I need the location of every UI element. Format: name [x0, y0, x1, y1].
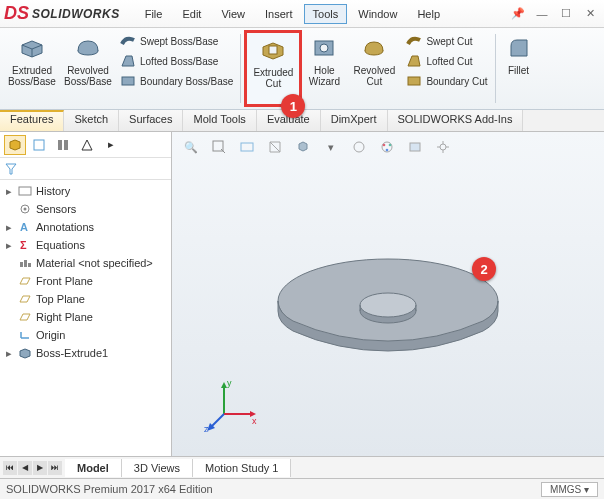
- tree-item-right-plane[interactable]: Right Plane: [0, 308, 171, 326]
- svg-point-26: [440, 144, 446, 150]
- bottom-tab-3d-views[interactable]: 3D Views: [122, 459, 193, 477]
- svg-rect-9: [64, 140, 68, 150]
- plane-icon: [17, 292, 33, 306]
- boundary-boss-button[interactable]: Boundary Boss/Base: [118, 72, 235, 90]
- history-icon: [17, 184, 33, 198]
- pin-icon[interactable]: 📌: [508, 6, 528, 22]
- revolved-cut-label: RevolvedCut: [354, 65, 396, 87]
- svg-rect-1: [122, 77, 134, 85]
- view-settings-icon[interactable]: [432, 136, 454, 158]
- svg-point-23: [389, 144, 392, 147]
- extruded-cut-icon: [258, 35, 288, 65]
- extruded-boss-icon: [17, 33, 47, 63]
- bottom-tab-motion-study-1[interactable]: Motion Study 1: [193, 459, 291, 477]
- tab-mold-tools[interactable]: Mold Tools: [183, 110, 256, 131]
- main-menu: FileEditViewInsertToolsWindowHelp: [136, 4, 449, 24]
- lofted-cut-button[interactable]: Lofted Cut: [404, 52, 489, 70]
- swept-cut-button[interactable]: Swept Cut: [404, 32, 489, 50]
- filter-icon[interactable]: [4, 162, 18, 176]
- bottom-tab-model[interactable]: Model: [65, 459, 122, 477]
- tab-solidworks-add-ins[interactable]: SOLIDWORKS Add-Ins: [388, 110, 524, 131]
- tree-item-annotations[interactable]: ▸AAnnotations: [0, 218, 171, 236]
- close-button[interactable]: ✕: [580, 6, 600, 22]
- logo-mark: DS: [4, 3, 29, 24]
- svg-point-12: [24, 208, 27, 211]
- tab-next-button[interactable]: ▶: [33, 461, 47, 475]
- boundary-cut-label: Boundary Cut: [426, 76, 487, 87]
- revolved-boss-button[interactable]: RevolvedBoss/Base: [60, 30, 116, 107]
- tab-first-button[interactable]: ⏮: [3, 461, 17, 475]
- zoom-area-icon[interactable]: [208, 136, 230, 158]
- revolved-cut-button[interactable]: RevolvedCut: [346, 30, 402, 107]
- property-manager-icon[interactable]: [28, 135, 50, 155]
- tab-sketch[interactable]: Sketch: [64, 110, 119, 131]
- tab-surfaces[interactable]: Surfaces: [119, 110, 183, 131]
- tree-item-material[interactable]: Material <not specified>: [0, 254, 171, 272]
- boundary-boss-label: Boundary Boss/Base: [140, 76, 233, 87]
- hide-show-icon[interactable]: [348, 136, 370, 158]
- tab-dimxpert[interactable]: DimXpert: [321, 110, 388, 131]
- dimxpert-manager-icon[interactable]: [76, 135, 98, 155]
- tab-features[interactable]: Features: [0, 110, 64, 131]
- boss-small-group: Swept Boss/Base Lofted Boss/Base Boundar…: [116, 30, 237, 107]
- logo-text: SOLIDWORKS: [32, 7, 120, 21]
- config-manager-icon[interactable]: [52, 135, 74, 155]
- tree-item-equations[interactable]: ▸ΣEquations: [0, 236, 171, 254]
- menu-file[interactable]: File: [136, 4, 172, 24]
- menu-insert[interactable]: Insert: [256, 4, 302, 24]
- boundary-cut-button[interactable]: Boundary Cut: [404, 72, 489, 90]
- scene-icon[interactable]: [404, 136, 426, 158]
- svg-rect-7: [34, 140, 44, 150]
- swept-boss-button[interactable]: Swept Boss/Base: [118, 32, 235, 50]
- tree-expand-icon[interactable]: ▸: [100, 135, 122, 155]
- tree-mode-toolbar: ▸: [0, 132, 171, 158]
- display-style-icon[interactable]: ▾: [320, 136, 342, 158]
- svg-text:A: A: [20, 221, 28, 233]
- zoom-fit-icon[interactable]: 🔍: [180, 136, 202, 158]
- status-text: SOLIDWORKS Premium 2017 x64 Edition: [6, 483, 213, 495]
- graphics-viewport[interactable]: 🔍 ▾ 2: [172, 132, 604, 456]
- tab-prev-button[interactable]: ◀: [18, 461, 32, 475]
- menu-view[interactable]: View: [212, 4, 254, 24]
- annotations-icon: A: [17, 220, 33, 234]
- tree-item-front-plane[interactable]: Front Plane: [0, 272, 171, 290]
- disc-model[interactable]: 2: [258, 233, 518, 373]
- minimize-button[interactable]: —: [532, 6, 552, 22]
- view-orient-icon[interactable]: [292, 136, 314, 158]
- svg-point-4: [320, 44, 328, 52]
- window-controls: 📌 — ☐ ✕: [508, 6, 600, 22]
- revolved-boss-label: RevolvedBoss/Base: [64, 65, 112, 87]
- lofted-boss-button[interactable]: Lofted Boss/Base: [118, 52, 235, 70]
- menu-tools[interactable]: Tools: [304, 4, 348, 24]
- tab-last-button[interactable]: ⏭: [48, 461, 62, 475]
- extruded-cut-label: ExtrudedCut: [253, 67, 293, 89]
- prev-view-icon[interactable]: [236, 136, 258, 158]
- extruded-cut-button[interactable]: ExtrudedCut 1: [244, 30, 302, 107]
- feature-tree-panel: ▸ ▸History Sensors ▸AAnnotations ▸ΣEquat…: [0, 132, 172, 456]
- menu-edit[interactable]: Edit: [173, 4, 210, 24]
- model-area[interactable]: 2 y x z: [172, 162, 604, 456]
- maximize-button[interactable]: ☐: [556, 6, 576, 22]
- sensors-icon: [17, 202, 33, 216]
- tree-item-sensors[interactable]: Sensors: [0, 200, 171, 218]
- revolved-boss-icon: [73, 33, 103, 63]
- units-selector[interactable]: MMGS ▾: [541, 482, 598, 497]
- extruded-boss-button[interactable]: ExtrudedBoss/Base: [4, 30, 60, 107]
- tree-item-origin[interactable]: Origin: [0, 326, 171, 344]
- lofted-cut-label: Lofted Cut: [426, 56, 472, 67]
- menu-window[interactable]: Window: [349, 4, 406, 24]
- triad-y-label: y: [227, 378, 232, 388]
- svg-rect-16: [24, 260, 27, 267]
- view-triad[interactable]: y x z: [202, 376, 262, 436]
- menu-help[interactable]: Help: [408, 4, 449, 24]
- appearance-icon[interactable]: [376, 136, 398, 158]
- section-view-icon[interactable]: [264, 136, 286, 158]
- feature-manager-icon[interactable]: [4, 135, 26, 155]
- hole-wizard-button[interactable]: HoleWizard: [302, 30, 346, 107]
- tree-item-top-plane[interactable]: Top Plane: [0, 290, 171, 308]
- equations-icon: Σ: [17, 238, 33, 252]
- fillet-button[interactable]: Fillet: [499, 30, 539, 107]
- tree-item-history[interactable]: ▸History: [0, 182, 171, 200]
- svg-rect-10: [19, 187, 31, 195]
- tree-item-boss-extrude1[interactable]: ▸Boss-Extrude1: [0, 344, 171, 362]
